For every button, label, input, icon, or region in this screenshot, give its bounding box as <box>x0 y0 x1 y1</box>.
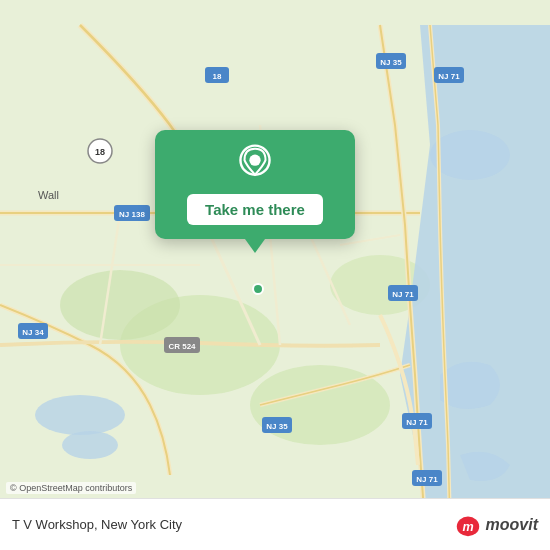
svg-text:NJ 71: NJ 71 <box>438 72 460 81</box>
svg-text:NJ 71: NJ 71 <box>392 290 414 299</box>
svg-point-6 <box>60 270 180 340</box>
svg-text:NJ 35: NJ 35 <box>266 422 288 431</box>
svg-text:NJ 71: NJ 71 <box>416 475 438 484</box>
moovit-brand-text: moovit <box>486 516 538 534</box>
svg-point-10 <box>62 431 118 459</box>
svg-text:18: 18 <box>213 72 222 81</box>
attribution-text: © OpenStreetMap contributors <box>6 482 136 494</box>
svg-text:NJ 34: NJ 34 <box>22 328 44 337</box>
popup-card: Take me there <box>155 130 355 239</box>
map-container: 18 NJ 35 NJ 71 NJ 138 NJ 34 CR 524 NJ 35… <box>0 0 550 550</box>
take-me-there-button[interactable]: Take me there <box>187 194 323 225</box>
svg-text:m: m <box>462 520 473 534</box>
bottom-bar: T V Workshop, New York City m moovit <box>0 498 550 550</box>
map-svg: 18 NJ 35 NJ 71 NJ 138 NJ 34 CR 524 NJ 35… <box>0 0 550 550</box>
svg-point-44 <box>249 155 260 166</box>
svg-text:18: 18 <box>95 147 105 157</box>
svg-text:Wall: Wall <box>38 189 59 201</box>
svg-text:NJ 138: NJ 138 <box>119 210 145 219</box>
svg-text:NJ 35: NJ 35 <box>380 58 402 67</box>
svg-point-8 <box>430 130 510 180</box>
svg-text:CR 524: CR 524 <box>168 342 196 351</box>
location-label: T V Workshop, New York City <box>12 517 182 532</box>
svg-point-9 <box>35 395 125 435</box>
svg-text:NJ 71: NJ 71 <box>406 418 428 427</box>
svg-point-42 <box>253 284 263 294</box>
moovit-icon-svg: m <box>454 511 482 539</box>
pin-icon <box>234 144 276 186</box>
moovit-logo: m moovit <box>454 511 538 539</box>
